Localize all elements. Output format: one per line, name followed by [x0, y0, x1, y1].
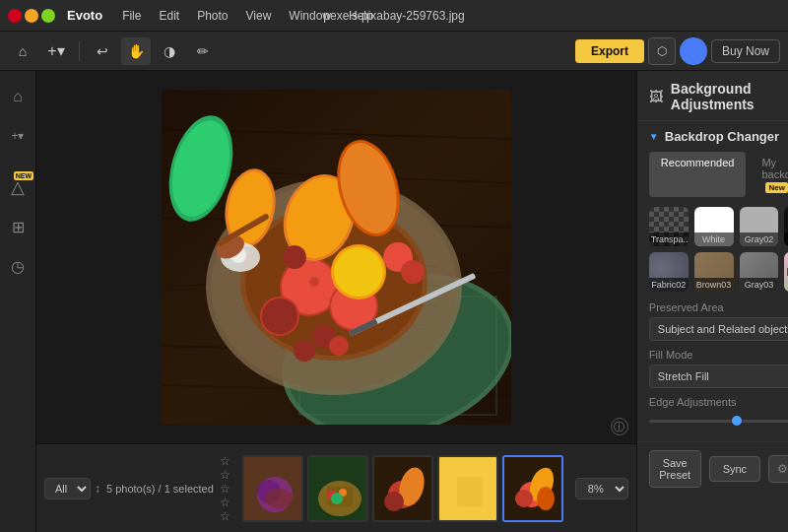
- fill-mode-wrapper: Stretch Fill: [649, 365, 788, 388]
- thumb-5[interactable]: [502, 455, 563, 522]
- svg-point-57: [331, 493, 343, 504]
- backdrop-fabric02[interactable]: Fabric02: [649, 252, 689, 292]
- close-button[interactable]: [8, 9, 22, 23]
- svg-point-51: [265, 489, 293, 508]
- thumbnail-strip: [242, 455, 563, 522]
- backdrop-white[interactable]: White: [694, 207, 734, 246]
- export-button[interactable]: Export: [575, 39, 644, 63]
- svg-point-46: [329, 336, 349, 356]
- settings-button[interactable]: ⚙: [768, 455, 788, 483]
- panel-header: 🖼 Background Adjustments: [637, 71, 788, 121]
- titlebar: Evoto File Edit Photo View Window Help p…: [0, 0, 788, 32]
- panel-footer: Save Preset Sync ⚙ ?: [637, 441, 788, 496]
- thumb-2[interactable]: [307, 455, 368, 522]
- preserved-area-label: Preserved Area: [649, 301, 788, 313]
- panel-title: Background Adjustments: [671, 81, 788, 112]
- backdrop-gray03-label: Gray03: [740, 278, 779, 292]
- sidebar-item-home[interactable]: ⌂: [0, 79, 35, 114]
- buynow-button[interactable]: Buy Now: [711, 39, 780, 63]
- main-area: ⌂ +▾ △ NEW ⊞ ◷: [0, 71, 788, 532]
- menu-photo[interactable]: Photo: [189, 7, 235, 25]
- left-sidebar: ⌂ +▾ △ NEW ⊞ ◷: [0, 71, 36, 532]
- minimize-button[interactable]: [25, 9, 38, 23]
- sidebar-item-brush[interactable]: △ NEW: [0, 169, 35, 205]
- section-header: ▼ Backdrop Changer ✎: [649, 129, 788, 144]
- right-panel: 🖼 Background Adjustments ▼ Backdrop Chan…: [636, 71, 788, 532]
- filmstrip: All ↕ 5 photo(s) / 1 selected ☆ ☆ ☆ ☆ ☆: [36, 443, 636, 532]
- svg-point-35: [401, 260, 425, 284]
- tab-recommended[interactable]: Recommended: [649, 152, 747, 197]
- svg-point-21: [309, 277, 319, 287]
- backdrop-transparent[interactable]: Transpa...: [649, 207, 689, 246]
- canvas-container[interactable]: ⓘ: [36, 71, 636, 443]
- fill-mode-group: Fill Mode Stretch Fill: [649, 349, 788, 388]
- svg-point-68: [537, 487, 555, 510]
- backdrop-brown03-label: Brown03: [694, 278, 734, 292]
- filename-label: pexels-pixabay-259763.jpg: [323, 9, 464, 23]
- filter-select[interactable]: All: [44, 478, 91, 499]
- profile-avatar[interactable]: [680, 37, 707, 65]
- panel-header-icon: 🖼: [649, 89, 663, 104]
- toolbar-sep-1: [79, 41, 80, 61]
- home-toolbar-btn[interactable]: ⌂: [8, 37, 37, 65]
- tab-mybackdrops[interactable]: My backdrops New: [750, 152, 788, 197]
- preserved-area-select[interactable]: Subject and Related objects: [649, 317, 788, 341]
- settings-icon: ⚙: [777, 462, 788, 476]
- filmstrip-filter: All ↕: [44, 478, 100, 499]
- backdrop-black-label: Black: [784, 233, 788, 246]
- backdrop-gray02[interactable]: Gray02: [740, 207, 779, 246]
- section-title: Backdrop Changer: [665, 129, 788, 144]
- svg-point-67: [515, 490, 533, 507]
- preserved-area-wrapper: Subject and Related objects: [649, 317, 788, 341]
- info-icon[interactable]: ⓘ: [611, 418, 628, 435]
- fill-mode-select[interactable]: Stretch Fill: [649, 365, 788, 388]
- panel-content: 🖼 Background Adjustments ▼ Backdrop Chan…: [637, 71, 788, 532]
- backdrop-grid: Transpa... White Gray02 Black Fabric02: [649, 207, 788, 292]
- new-badge: NEW: [14, 171, 33, 180]
- fill-mode-label: Fill Mode: [649, 349, 788, 361]
- maximize-button[interactable]: [41, 9, 55, 23]
- sync-button[interactable]: Sync: [709, 456, 761, 482]
- svg-rect-63: [457, 477, 483, 506]
- preserved-area-group: Preserved Area Subject and Related objec…: [649, 301, 788, 341]
- thumb-1[interactable]: [242, 455, 303, 522]
- mask-btn[interactable]: ◑: [155, 37, 184, 65]
- svg-point-33: [334, 247, 383, 297]
- menu-edit[interactable]: Edit: [151, 7, 187, 25]
- sort-icon[interactable]: ↕: [95, 482, 100, 496]
- share-button[interactable]: ⬡: [648, 37, 676, 65]
- app-logo: Evoto: [67, 8, 102, 23]
- sidebar-item-add[interactable]: +▾: [0, 118, 35, 154]
- sidebar-item-selection[interactable]: ⊞: [0, 209, 35, 244]
- section-chevron[interactable]: ▼: [649, 131, 659, 142]
- new-tag: New: [765, 182, 787, 193]
- edge-adj-slider[interactable]: [649, 420, 788, 423]
- backdrop-black[interactable]: Black: [784, 207, 788, 246]
- backdrop-brown03[interactable]: Brown03: [694, 252, 734, 292]
- backdrop-transparent-label: Transpa...: [649, 233, 689, 246]
- edge-adj-row: Edge Adjustments 0: [649, 396, 788, 412]
- sidebar-item-history[interactable]: ◷: [0, 248, 35, 284]
- svg-point-36: [283, 245, 306, 269]
- backdrop-gray02-label: Gray02: [740, 233, 779, 246]
- add-toolbar-btn[interactable]: +▾: [41, 37, 71, 65]
- move-btn[interactable]: ✋: [121, 37, 151, 65]
- star-rating[interactable]: ☆ ☆ ☆ ☆ ☆: [220, 454, 230, 523]
- menu-file[interactable]: File: [114, 7, 149, 25]
- thumb-3[interactable]: [372, 455, 433, 522]
- save-preset-button[interactable]: Save Preset: [649, 450, 701, 488]
- thumb-4[interactable]: [437, 455, 498, 522]
- undo-btn[interactable]: ↩: [88, 37, 117, 65]
- stamp-btn[interactable]: ✏: [188, 37, 218, 65]
- backdrop-fabric02-label: Fabric02: [649, 278, 689, 292]
- canvas-photo: [162, 90, 511, 425]
- backdrop-more[interactable]: More >: [784, 252, 788, 292]
- toolbar: ⌂ +▾ ↩ ✋ ◑ ✏ Export ⬡ Buy Now: [0, 32, 788, 71]
- edge-adj-group: Edge Adjustments 0: [649, 396, 788, 426]
- menu-view[interactable]: View: [238, 7, 280, 25]
- backdrop-white-label: White: [694, 233, 734, 246]
- backdrop-gray03[interactable]: Gray03: [740, 252, 779, 292]
- filmstrip-info: 5 photo(s) / 1 selected: [106, 483, 214, 495]
- zoom-select[interactable]: 8%: [575, 478, 628, 499]
- svg-point-25: [262, 299, 297, 334]
